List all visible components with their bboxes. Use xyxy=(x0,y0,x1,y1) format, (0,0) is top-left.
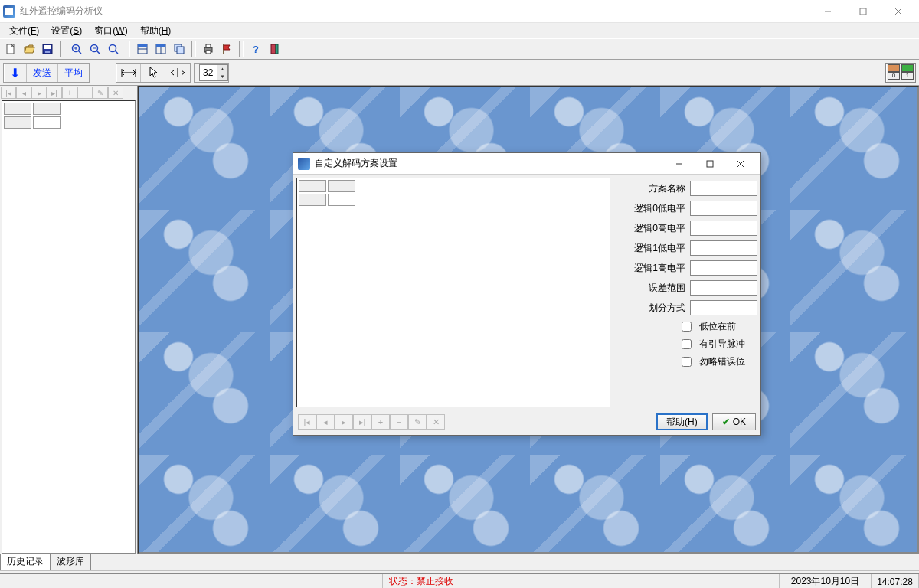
dlg-nav-prev-icon[interactable]: ◂ xyxy=(316,414,335,430)
minimize-button[interactable] xyxy=(810,0,845,23)
tab-waveform-library[interactable]: 波形库 xyxy=(50,554,91,570)
ok-button[interactable]: ✔OK xyxy=(712,413,756,430)
nav-next-icon[interactable]: ▸ xyxy=(31,87,47,99)
dialog-minimize-button[interactable] xyxy=(664,154,695,174)
label-logic0-high: 逻辑0高电平 xyxy=(634,222,685,235)
dialog-nav-strip: |◂ ◂ ▸ ▸| + − ✎ ✕ xyxy=(298,414,445,430)
svg-rect-27 xyxy=(206,51,211,54)
svg-rect-1 xyxy=(860,8,866,15)
dlg-nav-del-icon[interactable]: − xyxy=(390,414,408,430)
dlg-nav-last-icon[interactable]: ▸| xyxy=(353,414,371,430)
check-ignore-error[interactable] xyxy=(682,357,692,367)
spinner-up-icon[interactable]: ▲ xyxy=(217,65,227,74)
input-split-mode[interactable] xyxy=(690,300,757,315)
toolbar-main: ? xyxy=(0,38,919,60)
dialog-titlebar[interactable]: 自定义解码方案设置 xyxy=(293,153,760,175)
exit-icon[interactable] xyxy=(266,41,283,57)
input-scheme-name[interactable] xyxy=(690,181,757,196)
nav-cancel-icon[interactable]: ✕ xyxy=(108,87,123,99)
nav-prev-icon[interactable]: ◂ xyxy=(16,87,31,99)
status-message: 状态：禁止接收 xyxy=(383,574,780,588)
svg-point-15 xyxy=(110,45,116,52)
scheme-list[interactable] xyxy=(296,178,610,407)
dialog-close-button[interactable] xyxy=(725,154,756,174)
tab-history[interactable]: 历史记录 xyxy=(0,554,51,570)
cascade-icon[interactable] xyxy=(171,41,188,57)
cursor-icon[interactable] xyxy=(141,64,165,82)
svg-line-9 xyxy=(79,51,82,54)
status-indicator-0: 0 xyxy=(888,72,900,80)
toolbar-secondary: ⬇ 发送 平均 32 ▲ ▼ 0 1 xyxy=(0,60,919,86)
scheme-form: 方案名称 逻辑0低电平 逻辑0高电平 逻辑1低电平 逻辑1高电平 误差范围 划分… xyxy=(615,178,757,407)
label-scheme-name: 方案名称 xyxy=(649,182,685,195)
receive-toggle-button[interactable]: ⬇ xyxy=(4,64,27,82)
input-logic1-low[interactable] xyxy=(690,240,757,256)
input-logic1-high[interactable] xyxy=(690,260,757,276)
side-nav-strip: |◂ ◂ ▸ ▸| + − ✎ ✕ xyxy=(0,86,137,100)
side-panel: |◂ ◂ ▸ ▸| + − ✎ ✕ xyxy=(0,86,138,554)
input-logic0-high[interactable] xyxy=(690,220,757,236)
tile-v-icon[interactable] xyxy=(152,41,169,57)
svg-rect-30 xyxy=(271,44,276,54)
nav-first-icon[interactable]: |◂ xyxy=(1,87,16,99)
maximize-button[interactable] xyxy=(845,0,881,23)
input-logic0-low[interactable] xyxy=(690,201,757,216)
side-grid[interactable] xyxy=(2,100,136,554)
zoom-fit-icon[interactable] xyxy=(105,41,122,57)
check-lsb-first[interactable] xyxy=(682,322,692,332)
measure-width-icon[interactable] xyxy=(116,64,141,82)
nav-del-icon[interactable]: − xyxy=(77,87,93,99)
dlg-nav-edit-icon[interactable]: ✎ xyxy=(408,414,427,430)
label-tolerance: 误差范围 xyxy=(649,282,685,295)
help-button[interactable]: 帮助(H) xyxy=(656,413,708,430)
menu-window[interactable]: 窗口(W) xyxy=(88,23,133,39)
status-bar: 状态：禁止接收 2023年10月10日 14:07:28 xyxy=(0,573,919,588)
dialog-icon xyxy=(298,158,310,170)
check-lead-pulse[interactable] xyxy=(682,339,692,349)
label-ignore-error: 勿略错误位 xyxy=(699,355,754,368)
nav-edit-icon[interactable]: ✎ xyxy=(93,87,108,99)
menu-help[interactable]: 帮助(H) xyxy=(134,23,178,39)
menubar: 文件(F) 设置(S) 窗口(W) 帮助(H) xyxy=(0,23,919,38)
app-icon xyxy=(3,5,15,18)
label-logic1-high: 逻辑1高电平 xyxy=(634,262,685,275)
input-tolerance[interactable] xyxy=(690,280,757,296)
print-icon[interactable] xyxy=(200,41,217,57)
nav-add-icon[interactable]: + xyxy=(62,87,77,99)
svg-rect-7 xyxy=(45,51,50,53)
average-button[interactable]: 平均 xyxy=(58,64,89,82)
value-spinner[interactable]: 32 ▲ ▼ xyxy=(199,64,228,81)
open-icon[interactable] xyxy=(21,41,38,57)
svg-text:?: ? xyxy=(253,44,259,55)
dlg-nav-first-icon[interactable]: |◂ xyxy=(298,414,316,430)
new-icon[interactable] xyxy=(2,41,19,57)
help-icon[interactable]: ? xyxy=(247,41,264,57)
status-date: 2023年10月10日 xyxy=(780,574,872,588)
zoom-out-icon[interactable] xyxy=(87,41,103,57)
menu-file[interactable]: 文件(F) xyxy=(3,23,45,39)
spinner-value: 32 xyxy=(203,67,213,78)
split-cursor-icon[interactable] xyxy=(165,64,190,82)
status-indicator-1: 1 xyxy=(901,72,914,80)
nav-last-icon[interactable]: ▸| xyxy=(47,87,62,99)
svg-rect-19 xyxy=(138,44,147,47)
menu-settings[interactable]: 设置(S) xyxy=(45,23,88,39)
scheme-list-header xyxy=(297,178,357,207)
flag-icon[interactable] xyxy=(218,41,235,57)
spinner-down-icon[interactable]: ▼ xyxy=(217,74,227,81)
send-button[interactable]: 发送 xyxy=(27,64,58,82)
dlg-nav-next-icon[interactable]: ▸ xyxy=(335,414,353,430)
side-grid-header xyxy=(2,101,62,130)
svg-line-16 xyxy=(116,51,119,54)
label-lead-pulse: 有引导脉冲 xyxy=(699,338,754,351)
svg-rect-22 xyxy=(156,44,165,47)
save-icon[interactable] xyxy=(39,41,56,57)
zoom-in-icon[interactable] xyxy=(68,41,85,57)
status-light-green xyxy=(901,64,914,72)
dlg-nav-cancel-icon[interactable]: ✕ xyxy=(427,414,445,430)
dialog-maximize-button[interactable] xyxy=(695,154,725,174)
status-light-orange xyxy=(888,64,900,72)
dlg-nav-add-icon[interactable]: + xyxy=(371,414,390,430)
close-button[interactable] xyxy=(881,0,916,23)
tile-h-icon[interactable] xyxy=(134,41,151,57)
